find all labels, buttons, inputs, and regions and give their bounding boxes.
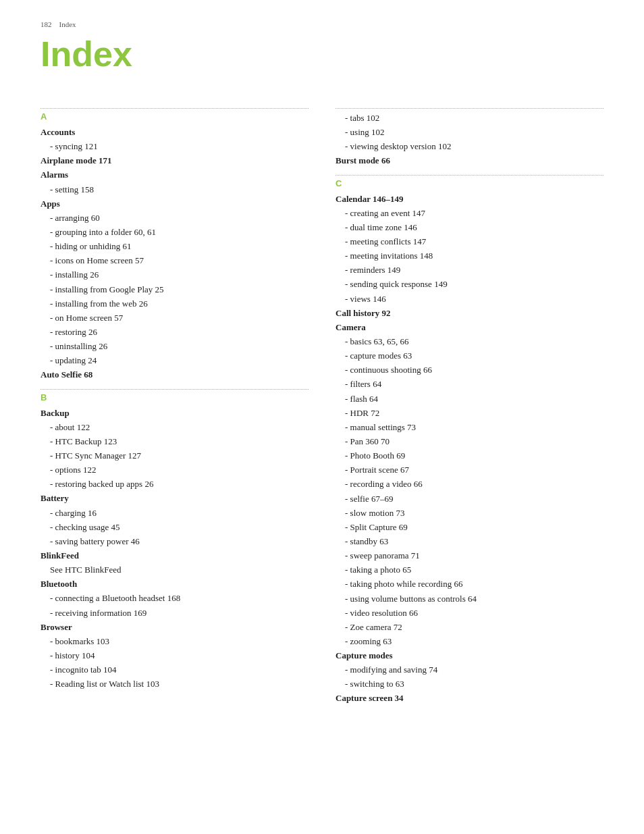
index-entry: - HTC Backup 123: [41, 435, 308, 448]
index-entry: - installing from the web 26: [41, 297, 308, 311]
left-column: AAccounts- syncing 121Airplane mode 171A…: [41, 101, 308, 706]
index-entry: Camera: [336, 321, 603, 334]
index-entry: - meeting conflicts 147: [336, 235, 603, 249]
index-entry: Auto Selfie 68: [41, 368, 308, 382]
index-entry: - selfie 67–69: [336, 492, 603, 506]
index-entry: - taking photo while recording 66: [336, 577, 603, 591]
index-entry: Bluetooth: [41, 577, 308, 591]
index-entry: - using 102: [336, 126, 603, 139]
index-entry: Call history 92: [336, 307, 603, 320]
index-entry: - taking a photo 65: [336, 563, 603, 577]
index-entry: - capture modes 63: [336, 349, 603, 363]
index-entry: - on Home screen 57: [41, 311, 308, 325]
index-entry: Calendar 146–149: [336, 192, 603, 206]
index-entry: - syncing 121: [41, 140, 308, 153]
index-entry: - tabs 102: [336, 111, 603, 125]
section-divider: [41, 389, 308, 390]
index-entry: - meeting invitations 148: [336, 249, 603, 263]
index-entry: Capture screen 34: [336, 692, 603, 705]
index-entry: - flash 64: [336, 392, 603, 406]
index-entry: - icons on Home screen 57: [41, 254, 308, 267]
index-entry: - saving battery power 46: [41, 535, 308, 548]
index-entry: - switching to 63: [336, 677, 603, 691]
index-entry: - incognito tab 104: [41, 663, 308, 677]
index-entry: - recording a video 66: [336, 477, 603, 491]
index-entry: - manual settings 73: [336, 421, 603, 434]
section-letter: B: [41, 392, 308, 402]
index-entry: - using volume buttons as controls 64: [336, 592, 603, 606]
index-entry: - connecting a Bluetooth headset 168: [41, 592, 308, 605]
section-letter: A: [41, 111, 308, 122]
index-entry: - sweep panorama 71: [336, 549, 603, 563]
index-entry: - installing 26: [41, 268, 308, 282]
index-entry: - standby 63: [336, 535, 603, 548]
index-entry: - setting 158: [41, 183, 308, 197]
section-divider: [41, 108, 308, 109]
right-column: - tabs 102- using 102- viewing desktop v…: [336, 101, 603, 706]
index-entry: - viewing desktop version 102: [336, 140, 603, 153]
index-entry: - modifying and saving 74: [336, 663, 603, 677]
index-entry: - receiving information 169: [41, 606, 308, 620]
index-entry: See HTC BlinkFeed: [41, 563, 308, 577]
index-entry: - Portrait scene 67: [336, 463, 603, 477]
index-entry: - dual time zone 146: [336, 221, 603, 234]
index-entry: - updating 24: [41, 354, 308, 367]
index-entry: - restoring backed up apps 26: [41, 477, 308, 491]
index-entry: - arranging 60: [41, 211, 308, 225]
index-entry: Airplane mode 171: [41, 154, 308, 167]
index-entry: - video resolution 66: [336, 606, 603, 620]
index-entry: Apps: [41, 197, 308, 211]
index-entry: - Photo Booth 69: [336, 449, 603, 463]
index-entry: - Split Capture 69: [336, 521, 603, 534]
index-entry: - restoring 26: [41, 325, 308, 339]
index-entry: - reminders 149: [336, 263, 603, 277]
index-entry: - installing from Google Play 25: [41, 283, 308, 296]
index-entry: - history 104: [41, 649, 308, 662]
index-entry: Accounts: [41, 126, 308, 139]
index-entry: - continuous shooting 66: [336, 363, 603, 377]
index-entry: - Pan 360 70: [336, 435, 603, 448]
index-entry: - zooming 63: [336, 635, 603, 648]
index-entry: - HDR 72: [336, 407, 603, 420]
index-entry: - creating an event 147: [336, 207, 603, 220]
index-entry: - basics 63, 65, 66: [336, 335, 603, 348]
index-entry: - bookmarks 103: [41, 635, 308, 648]
section-divider: [336, 108, 603, 109]
page-number-line: 182 Index: [41, 20, 603, 28]
index-entry: - HTC Sync Manager 127: [41, 449, 308, 463]
index-entry: - views 146: [336, 292, 603, 306]
index-entry: - Reading list or Watch list 103: [41, 677, 308, 691]
index-entry: - slow motion 73: [336, 506, 603, 520]
index-entry: - charging 16: [41, 506, 308, 520]
index-entry: - filters 64: [336, 377, 603, 391]
index-entry: - hiding or unhiding 61: [41, 240, 308, 253]
index-entry: BlinkFeed: [41, 549, 308, 563]
index-entry: - Zoe camera 72: [336, 621, 603, 634]
page-title: Index: [41, 34, 603, 74]
index-entry: Battery: [41, 492, 308, 505]
index-entry: - sending quick response 149: [336, 278, 603, 291]
index-entry: - grouping into a folder 60, 61: [41, 226, 308, 239]
index-entry: Burst mode 66: [336, 154, 603, 167]
index-entry: - uninstalling 26: [41, 340, 308, 353]
section-letter: C: [336, 178, 603, 188]
index-entry: Backup: [41, 407, 308, 420]
index-entry: Browser: [41, 621, 308, 634]
index-entry: - options 122: [41, 463, 308, 477]
index-entry: Alarms: [41, 168, 308, 182]
index-entry: - about 122: [41, 421, 308, 434]
index-entry: - checking usage 45: [41, 521, 308, 534]
section-divider: [336, 175, 603, 176]
index-entry: Capture modes: [336, 649, 603, 662]
